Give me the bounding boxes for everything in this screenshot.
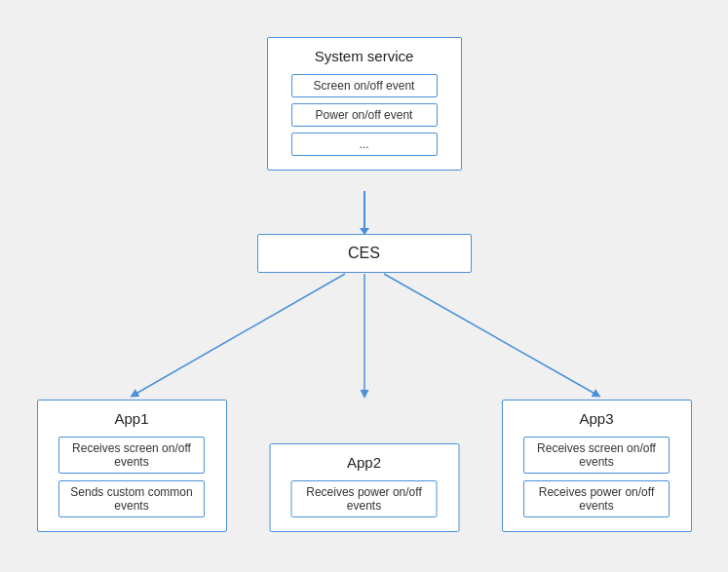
- app1-title: App1: [114, 410, 148, 427]
- arrow-ces-to-app3: [384, 274, 598, 396]
- diagram-container: System service Screen on/off event Power…: [23, 23, 706, 550]
- event-box-1: Screen on/off event: [291, 74, 438, 97]
- app3-title: App3: [579, 410, 613, 427]
- app2-box: App2 Receives power on/off events: [269, 443, 459, 532]
- app1-detail-1: Receives screen on/off events: [58, 437, 205, 474]
- app2-title: App2: [347, 454, 381, 471]
- app1-box: App1 Receives screen on/off events Sends…: [37, 400, 227, 532]
- app3-box: App3 Receives screen on/off events Recei…: [502, 400, 692, 532]
- arrow-system-to-ces: [364, 191, 365, 234]
- system-service-box: System service Screen on/off event Power…: [267, 37, 462, 171]
- app1-detail-2: Sends custom common events: [58, 480, 205, 517]
- app3-detail-1: Receives screen on/off events: [523, 437, 670, 474]
- ces-label: CES: [348, 245, 380, 261]
- arrow-ces-to-app1: [133, 274, 345, 396]
- ces-box: CES: [257, 234, 472, 273]
- system-service-title: System service: [315, 48, 414, 64]
- app2-detail-1: Receives power on/off events: [291, 480, 438, 517]
- app3-detail-2: Receives power on/off events: [523, 480, 670, 517]
- event-box-3: ...: [291, 133, 438, 156]
- event-box-2: Power on/off event: [291, 103, 438, 127]
